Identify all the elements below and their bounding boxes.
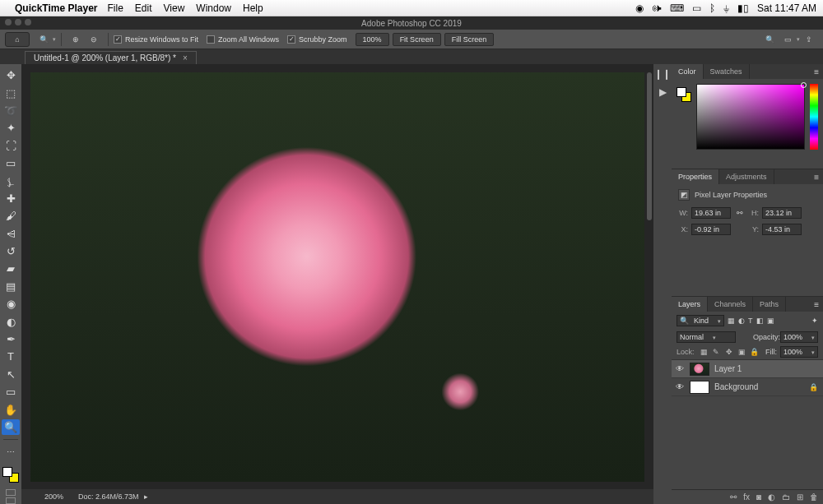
color-panel-menu-icon[interactable]: ≡	[810, 64, 823, 79]
tab-properties[interactable]: Properties	[672, 169, 719, 184]
history-panel-icon[interactable]: ❙❙	[656, 67, 669, 81]
marquee-tool[interactable]: ⬚	[2, 85, 20, 100]
layer-thumbnail[interactable]	[690, 381, 709, 394]
edit-toolbar-icon[interactable]: ⋯	[2, 444, 20, 460]
menu-window[interactable]: Window	[196, 2, 231, 14]
status-zoom[interactable]: 200%	[44, 492, 63, 501]
fx-icon[interactable]: fx	[743, 492, 750, 502]
scrubby-zoom-checkbox[interactable]	[287, 35, 295, 44]
link-wh-icon[interactable]: ⚯	[734, 209, 746, 217]
status-battery-icon[interactable]: ▮▯	[737, 2, 749, 14]
link-layers-icon[interactable]: ⚯	[730, 492, 737, 502]
tool-preset-icon[interactable]: 🔍	[38, 34, 49, 45]
cp-foreground-swatch[interactable]	[677, 87, 686, 97]
layer-row[interactable]: 👁 Background 🔒	[672, 378, 823, 396]
filter-pixel-icon[interactable]: ▦	[728, 317, 735, 325]
color-selector-icon[interactable]	[801, 82, 807, 88]
workspace-icon[interactable]: ▭	[782, 34, 793, 45]
quick-select-tool[interactable]: ✦	[2, 120, 20, 136]
eraser-tool[interactable]: ▰	[2, 261, 20, 276]
group-icon[interactable]: 🗀	[782, 492, 790, 502]
share-icon[interactable]: ⇪	[803, 34, 815, 45]
fill-input[interactable]: 100%	[780, 346, 818, 358]
menubar-clock[interactable]: Sat 11:47 AM	[757, 2, 816, 14]
color-field[interactable]	[696, 84, 805, 150]
hand-tool[interactable]: ✋	[2, 401, 20, 417]
opacity-input[interactable]: 100%	[780, 331, 818, 343]
resize-windows-checkbox[interactable]	[114, 35, 122, 44]
prop-width-input[interactable]	[691, 207, 731, 219]
filter-type-icon[interactable]: T	[748, 317, 753, 325]
screen-mode-icon[interactable]	[6, 497, 16, 504]
prop-y-input[interactable]	[762, 224, 802, 235]
foreground-color-swatch[interactable]	[2, 467, 12, 477]
tab-color[interactable]: Color	[672, 64, 704, 79]
zoom-out-icon[interactable]: ⊖	[88, 34, 100, 45]
lock-artboard-icon[interactable]: ▣	[737, 347, 746, 357]
minimize-window-icon[interactable]	[15, 19, 21, 25]
zoom-100-button[interactable]: 100%	[356, 33, 389, 46]
home-button[interactable]: ⌂	[5, 32, 30, 47]
properties-panel-menu-icon[interactable]: ≡	[810, 169, 823, 184]
lock-all-icon[interactable]: 🔒	[750, 347, 759, 357]
foreground-background-colors[interactable]	[2, 467, 19, 483]
search-icon[interactable]: 🔍	[764, 34, 775, 45]
layer-filter-select[interactable]: 🔍Kind	[677, 315, 724, 326]
blur-tool[interactable]: ◉	[2, 296, 20, 312]
layer-lock-icon[interactable]: 🔒	[809, 383, 818, 391]
tab-adjustments[interactable]: Adjustments	[719, 169, 774, 184]
eyedropper-tool[interactable]: ⍼	[2, 173, 20, 188]
layer-thumbnail[interactable]	[690, 363, 709, 376]
zoom-in-icon[interactable]: ⊕	[70, 34, 81, 45]
menu-edit[interactable]: Edit	[135, 2, 152, 14]
visibility-icon[interactable]: 👁	[675, 382, 685, 391]
dodge-tool[interactable]: ◐	[2, 313, 20, 329]
visibility-icon[interactable]: 👁	[675, 364, 685, 373]
tab-channels[interactable]: Channels	[708, 297, 753, 312]
move-tool[interactable]: ✥	[2, 67, 20, 83]
status-keyboard-icon[interactable]: ⌨	[670, 2, 684, 14]
filter-toggle-icon[interactable]: ✦	[811, 317, 818, 325]
layer-row[interactable]: 👁 Layer 1	[672, 360, 823, 378]
healing-tool[interactable]: ✚	[2, 191, 20, 206]
adjustment-layer-icon[interactable]: ◐	[768, 492, 775, 502]
status-menu-icon[interactable]: ▸	[144, 492, 148, 501]
filter-shape-icon[interactable]: ◧	[756, 317, 764, 325]
status-bluetooth-icon[interactable]: ᛒ	[709, 2, 715, 14]
brush-tool[interactable]: 🖌	[2, 208, 20, 224]
document-canvas[interactable]	[21, 64, 653, 489]
delete-layer-icon[interactable]: 🗑	[810, 492, 818, 502]
tab-layers[interactable]: Layers	[672, 297, 708, 312]
status-screenrec-icon[interactable]: ◉	[635, 2, 644, 14]
lock-transparency-icon[interactable]: ▦	[700, 347, 709, 357]
prop-x-input[interactable]	[691, 224, 731, 235]
actions-panel-icon[interactable]: ▶	[656, 86, 669, 99]
stamp-tool[interactable]: ⩤	[2, 226, 20, 242]
vertical-scrollbar[interactable]	[647, 72, 652, 220]
hue-slider[interactable]	[810, 84, 818, 150]
type-tool[interactable]: T	[2, 349, 20, 364]
menu-help[interactable]: Help	[243, 2, 263, 14]
layers-panel-menu-icon[interactable]: ≡	[810, 297, 823, 312]
mask-icon[interactable]: ◙	[756, 492, 761, 502]
window-controls[interactable]	[5, 19, 31, 25]
shape-tool[interactable]: ▭	[2, 384, 20, 400]
pen-tool[interactable]: ✒	[2, 331, 20, 347]
frame-tool[interactable]: ▭	[2, 155, 20, 171]
menu-file[interactable]: File	[108, 2, 123, 14]
gradient-tool[interactable]: ▤	[2, 279, 20, 294]
fit-screen-button[interactable]: Fit Screen	[393, 33, 441, 46]
tab-paths[interactable]: Paths	[753, 297, 786, 312]
lock-position-icon[interactable]: ✥	[724, 347, 733, 357]
path-select-tool[interactable]: ↖	[2, 367, 20, 382]
tab-swatches[interactable]: Swatches	[704, 64, 750, 79]
quick-mask-icon[interactable]	[6, 489, 16, 496]
zoom-all-checkbox[interactable]	[207, 35, 215, 44]
filter-adjust-icon[interactable]: ◐	[738, 317, 745, 325]
color-panel-swatches[interactable]	[677, 87, 691, 102]
history-brush-tool[interactable]: ↺	[2, 243, 20, 259]
layer-name[interactable]: Layer 1	[714, 364, 742, 373]
status-display-icon[interactable]: ▭	[692, 2, 701, 14]
crop-tool[interactable]: ⛶	[2, 138, 20, 154]
close-window-icon[interactable]	[5, 19, 12, 25]
